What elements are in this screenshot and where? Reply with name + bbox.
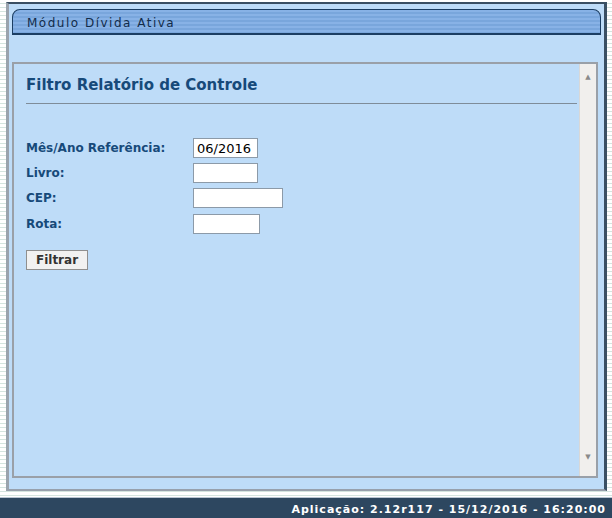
form-row: Rota: — [14, 214, 596, 234]
filtrar-button[interactable]: Filtrar — [26, 250, 88, 270]
window-title-bar: Módulo Dívida Ativa — [12, 9, 601, 35]
window-title: Módulo Dívida Ativa — [13, 16, 175, 30]
livro-input[interactable] — [193, 163, 258, 183]
mes-ano-referencia-label: Mês/Ano Referência: — [26, 138, 165, 158]
status-text: Aplicação: 2.12r117 - 15/12/2016 - 16:20… — [291, 503, 612, 516]
cep-label: CEP: — [26, 188, 57, 208]
vertical-scrollbar[interactable]: ▲ ▼ — [579, 64, 596, 476]
rota-label: Rota: — [26, 214, 62, 234]
cep-input[interactable] — [193, 188, 283, 208]
heading-divider — [26, 103, 577, 104]
form-row: CEP: — [14, 188, 596, 208]
scroll-down-icon[interactable]: ▼ — [580, 452, 596, 462]
page-title: Filtro Relatório de Controle — [26, 76, 257, 94]
form-row: Livro: — [14, 163, 596, 183]
mes-ano-referencia-input[interactable] — [193, 138, 258, 158]
form-row: Mês/Ano Referência: — [14, 138, 596, 158]
scroll-up-icon[interactable]: ▲ — [580, 72, 596, 82]
livro-label: Livro: — [26, 163, 65, 183]
rota-input[interactable] — [193, 214, 260, 234]
app-window: Módulo Dívida Ativa Filtro Relatório de … — [6, 2, 607, 491]
status-bar: Aplicação: 2.12r117 - 15/12/2016 - 16:20… — [0, 497, 612, 518]
content-panel: Filtro Relatório de Controle Mês/Ano Ref… — [12, 62, 598, 478]
